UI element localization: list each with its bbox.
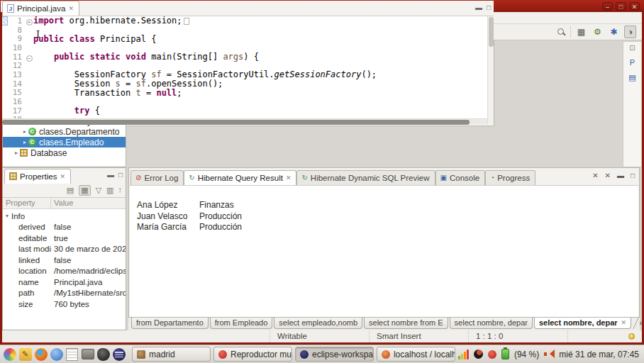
battery-icon[interactable] xyxy=(501,349,509,359)
column-value[interactable]: Value xyxy=(51,198,76,208)
close-icon[interactable]: ✕ xyxy=(68,5,74,12)
java-perspective-icon[interactable]: ✱ xyxy=(608,26,620,38)
tree-item-database[interactable]: ▸ Database xyxy=(3,147,126,158)
tree-item-clases-empleado[interactable]: ▸ C clases.Empleado xyxy=(3,137,126,147)
vertical-scrollbar[interactable] xyxy=(487,16,494,125)
minimize-button[interactable]: – xyxy=(602,2,613,11)
scrollbar-thumb[interactable] xyxy=(489,17,494,47)
templates-view-icon[interactable]: ▤ xyxy=(628,73,635,82)
close-icon[interactable]: ✕ xyxy=(286,174,292,182)
network-signal-icon[interactable] xyxy=(458,350,469,359)
taskbar-window-media-player[interactable]: Reproductor multim... xyxy=(213,347,292,362)
eclipse-launcher-icon[interactable] xyxy=(111,347,126,362)
hibernate-perspective-icon[interactable]: ◑ xyxy=(624,26,636,38)
workspace-switcher-icon[interactable] xyxy=(2,347,17,362)
open-perspective-icon[interactable]: ▦ xyxy=(575,26,587,38)
column-property[interactable]: Property xyxy=(3,198,51,208)
browser-icon[interactable] xyxy=(49,347,64,362)
media-player-icon[interactable] xyxy=(80,347,95,362)
tab-error-log[interactable]: ⊘ Error Log xyxy=(131,170,184,185)
property-row-derived[interactable]: derivedfalse xyxy=(3,222,126,233)
property-row-location[interactable]: location/home/madrid/eclipse xyxy=(3,266,126,277)
tray-media-icon[interactable] xyxy=(488,350,496,359)
property-row-size[interactable]: size760 bytes xyxy=(3,298,126,310)
columns-icon[interactable]: ▥ xyxy=(106,186,113,195)
result-name: María García xyxy=(137,222,199,233)
query-tab-2[interactable]: from Empleado xyxy=(210,318,273,329)
property-group-info[interactable]: ▾ Info xyxy=(3,211,126,222)
query-tab-3[interactable]: select empleado,nomb xyxy=(274,318,362,329)
volume-icon[interactable] xyxy=(544,350,554,359)
close-button[interactable]: ✕ xyxy=(629,2,640,11)
scrollbar-thumb[interactable] xyxy=(2,120,470,125)
debug-perspective-icon[interactable]: ⚙ xyxy=(592,26,604,38)
expander-icon[interactable]: ▸ xyxy=(13,150,20,156)
maximize-view-icon[interactable]: □ xyxy=(487,4,491,11)
result-dept: Producción xyxy=(199,211,242,223)
eclipse-window-icon xyxy=(300,350,309,359)
horizontal-scrollbar[interactable] xyxy=(1,118,487,125)
close-all-results-icon[interactable]: ✕ xyxy=(605,172,611,179)
outline-view-icon[interactable]: P xyxy=(630,58,635,67)
query-tab-1[interactable]: from Departamento xyxy=(131,318,209,329)
tip-lightbulb-icon[interactable] xyxy=(628,333,635,340)
query-tab-5[interactable]: select nombre, depar xyxy=(450,318,533,329)
close-icon[interactable]: ✕ xyxy=(621,318,627,328)
media-player-window-icon xyxy=(218,350,227,359)
tab-properties[interactable]: Properties ✕ xyxy=(4,169,71,184)
tab-principal-java[interactable]: J Principal.java ✕ xyxy=(2,1,79,16)
maximize-button[interactable]: □ xyxy=(616,2,626,11)
code-area[interactable]: I 1 + import org.hibernate.Session; 8 9 … xyxy=(1,16,494,125)
restore-view-icon[interactable]: ⊡ xyxy=(629,44,635,52)
result-row[interactable]: Ana López Finanzas xyxy=(137,200,638,211)
tree-mode-icon[interactable]: ▦ xyxy=(79,185,90,196)
query-results-table: Ana López Finanzas Juan Velasco Producci… xyxy=(130,186,638,233)
filter-icon[interactable]: ▽ xyxy=(96,186,101,195)
taskbar-window-localhost[interactable]: localhost / localhost... xyxy=(377,347,455,362)
tab-label: Error Log xyxy=(144,174,178,182)
firefox-icon[interactable] xyxy=(33,347,48,362)
fold-expand-icon[interactable]: + xyxy=(26,19,33,26)
new-property-icon[interactable]: ▤ xyxy=(67,186,74,195)
taskbar-window-eclipse[interactable]: eclipse-workspace - ... xyxy=(295,347,374,362)
result-row[interactable]: Juan Velasco Producción xyxy=(137,211,638,223)
maximize-view-icon[interactable]: □ xyxy=(118,171,123,179)
property-value: /home/madrid/eclipse xyxy=(51,267,126,275)
minimize-view-icon[interactable]: ▬ xyxy=(107,171,114,179)
property-row-last-modified[interactable]: last modi30 de marzo de 2021 8: xyxy=(3,244,126,255)
fold-collapse-icon[interactable]: − xyxy=(26,55,33,62)
text-editor-icon[interactable]: ✎ xyxy=(18,347,33,362)
result-row[interactable]: María García Producción xyxy=(137,222,638,233)
query-tab-6[interactable]: select nombre, depar ✕ xyxy=(534,318,631,329)
tray-app-icon[interactable] xyxy=(474,350,483,359)
taskbar-window-madrid[interactable]: madrid xyxy=(132,347,211,362)
expander-icon[interactable]: ▸ xyxy=(21,139,28,145)
property-row-editable[interactable]: editabletrue xyxy=(3,233,126,244)
tree-item-clases-departamento[interactable]: ▸ C clases.Departamento xyxy=(3,126,126,137)
folded-region-icon[interactable] xyxy=(184,18,189,25)
window-button-label: eclipse-workspace - ... xyxy=(312,350,374,359)
expander-icon[interactable]: ▾ xyxy=(3,213,11,219)
view-menu-icon[interactable]: ⁝ xyxy=(119,186,122,195)
tab-hibernate-dynamic-sql-preview[interactable]: ↻ Hibernate Dynamic SQL Preview xyxy=(296,170,435,185)
close-result-icon[interactable]: ✕ xyxy=(592,172,598,179)
search-icon[interactable] xyxy=(556,27,566,37)
desktop: eclipse-workspace - My1stHibernate/src/P… xyxy=(0,0,644,363)
query-tab-4[interactable]: select nombre from E xyxy=(364,318,448,329)
close-icon[interactable]: ✕ xyxy=(60,173,65,180)
minimize-view-icon[interactable]: ▬ xyxy=(617,172,624,179)
tab-console[interactable]: ▣ Console xyxy=(435,170,486,185)
minimize-view-icon[interactable]: ▬ xyxy=(475,4,482,11)
tab-hibernate-query-result[interactable]: ↻ Hibernate Query Result ✕ xyxy=(184,170,296,185)
property-key: derived xyxy=(3,223,51,231)
files-icon[interactable] xyxy=(65,347,79,362)
clock[interactable]: mié 31 de mar, 07:45 xyxy=(559,350,639,359)
property-row-name[interactable]: namePrincipal.java xyxy=(3,277,126,288)
maximize-view-icon[interactable]: □ xyxy=(631,172,635,179)
camera-lens-icon[interactable] xyxy=(96,347,111,362)
line-number: 17 xyxy=(8,106,25,116)
property-row-path[interactable]: path/My1stHibernate/src/P xyxy=(3,288,126,299)
expander-icon[interactable]: ▸ xyxy=(21,128,28,135)
property-row-linked[interactable]: linkedfalse xyxy=(3,255,126,266)
tab-progress[interactable]: ◔ Progress xyxy=(485,170,535,185)
